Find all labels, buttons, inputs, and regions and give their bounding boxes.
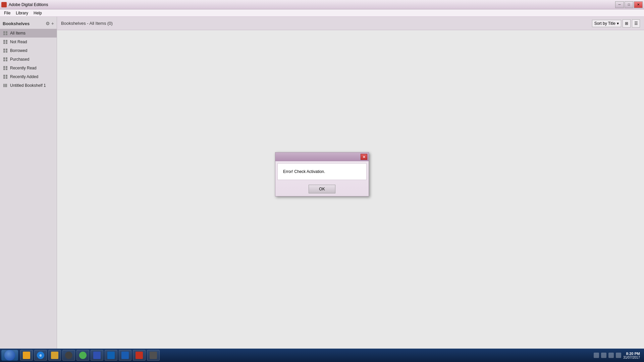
svg-rect-11 xyxy=(6,51,7,53)
svg-rect-25 xyxy=(5,84,6,87)
svg-rect-26 xyxy=(6,84,7,87)
grid-view-button[interactable]: ⊞ xyxy=(623,19,631,27)
title-bar-controls: ─ □ ✕ xyxy=(615,1,643,8)
menu-help[interactable]: Help xyxy=(31,10,45,16)
sidebar-item-not-read[interactable]: Not Read xyxy=(0,38,57,46)
taskbar-app-media-player[interactable] xyxy=(62,350,75,361)
content-header: Bookshelves - All Items (0) Sort by Titl… xyxy=(57,17,644,30)
not-read-icon xyxy=(3,39,8,45)
svg-rect-8 xyxy=(3,49,5,51)
title-bar-left: Adobe Digital Editions xyxy=(1,2,48,7)
untitled-bookshelf-icon xyxy=(3,83,8,88)
sidebar-item-recently-added-label: Recently Added xyxy=(10,74,38,79)
start-button[interactable] xyxy=(1,350,18,361)
ok-button[interactable]: OK xyxy=(309,185,335,193)
taskbar: e 8:20 PM 31/07/2017 xyxy=(0,349,644,362)
purchased-icon xyxy=(3,57,8,62)
svg-rect-22 xyxy=(3,77,5,79)
taskbar-app-chrome[interactable] xyxy=(76,350,89,361)
sidebar-item-not-read-label: Not Read xyxy=(10,40,27,44)
sidebar-item-purchased[interactable]: Purchased xyxy=(0,55,57,64)
sidebar-item-recently-read-label: Recently Read xyxy=(10,66,37,70)
ie-icon: e xyxy=(37,352,44,359)
svg-rect-10 xyxy=(3,51,5,53)
sidebar-item-all-items[interactable]: All Items xyxy=(0,29,57,38)
systray-icon-2 xyxy=(601,353,606,358)
svg-rect-17 xyxy=(6,66,7,68)
svg-rect-5 xyxy=(6,40,7,42)
sidebar-item-untitled-bookshelf[interactable]: Untitled Bookshelf 1 xyxy=(0,81,57,90)
error-dialog: ✕ Error! Check Activation. OK xyxy=(275,152,369,196)
menu-library[interactable]: Library xyxy=(13,10,31,16)
recently-added-icon xyxy=(3,74,8,79)
list-view-button[interactable]: ☰ xyxy=(632,19,640,27)
svg-rect-21 xyxy=(6,75,7,77)
sidebar-item-untitled-bookshelf-label: Untitled Bookshelf 1 xyxy=(10,83,46,88)
taskbar-app-word[interactable] xyxy=(119,350,131,361)
systray-icon-3 xyxy=(608,353,614,358)
sidebar-item-purchased-label: Purchased xyxy=(10,57,29,62)
title-text: Adobe Digital Editions xyxy=(9,2,48,7)
kindle-icon xyxy=(136,352,143,359)
svg-rect-24 xyxy=(3,84,4,87)
taskbar-app-5[interactable] xyxy=(91,350,103,361)
all-items-icon xyxy=(3,31,8,36)
header-controls: Sort by Title ▾ ⊞ ☰ xyxy=(592,19,640,27)
svg-rect-2 xyxy=(3,34,5,35)
taskbar-app-9[interactable] xyxy=(147,350,160,361)
dialog-body: Error! Check Activation. xyxy=(277,163,367,180)
close-button[interactable]: ✕ xyxy=(634,1,643,8)
time-display: 8:20 PM xyxy=(623,352,640,356)
svg-rect-3 xyxy=(6,34,7,35)
recently-read-icon xyxy=(3,65,8,71)
media-player-icon xyxy=(65,352,72,359)
systray-icon-1 xyxy=(594,353,599,358)
taskbar-right: 8:20 PM 31/07/2017 xyxy=(594,352,643,359)
borrowed-icon xyxy=(3,48,8,53)
taskbar-app-file-manager[interactable] xyxy=(48,350,61,361)
minimize-button[interactable]: ─ xyxy=(615,1,624,8)
svg-rect-19 xyxy=(6,68,7,70)
clock: 8:20 PM 31/07/2017 xyxy=(623,352,640,359)
sidebar-settings-icon[interactable]: ⚙ xyxy=(46,21,50,26)
taskbar-app-ie[interactable]: e xyxy=(34,350,47,361)
svg-rect-1 xyxy=(6,31,7,33)
svg-rect-16 xyxy=(3,66,5,68)
sidebar-item-recently-added[interactable]: Recently Added xyxy=(0,72,57,81)
sort-label: Sort by Title xyxy=(594,21,615,26)
taskbar-app-kindle[interactable] xyxy=(133,350,146,361)
chrome-icon xyxy=(79,352,87,359)
explorer-icon xyxy=(23,352,30,359)
sort-dropdown[interactable]: Sort by Title ▾ xyxy=(592,20,621,27)
svg-rect-6 xyxy=(3,42,5,44)
app9-icon xyxy=(150,352,157,359)
sidebar-add-icon[interactable]: + xyxy=(51,21,54,26)
svg-rect-23 xyxy=(6,77,7,79)
app5-icon xyxy=(93,352,101,359)
start-orb xyxy=(4,350,15,361)
sidebar-item-recently-read[interactable]: Recently Read xyxy=(0,64,57,72)
sidebar-title: Bookshelves xyxy=(3,21,30,26)
svg-rect-4 xyxy=(3,40,5,42)
svg-rect-20 xyxy=(3,75,5,77)
breadcrumb: Bookshelves - All Items (0) xyxy=(61,21,113,26)
taskbar-app-outlook[interactable] xyxy=(105,350,117,361)
svg-rect-0 xyxy=(3,31,5,33)
date-display: 31/07/2017 xyxy=(623,356,640,359)
dialog-message: Error! Check Activation. xyxy=(283,169,325,174)
dialog-title-bar: ✕ xyxy=(275,153,369,161)
restore-button[interactable]: □ xyxy=(625,1,633,8)
svg-rect-12 xyxy=(3,57,5,59)
sidebar-header: Bookshelves ⚙ + xyxy=(0,19,57,29)
dialog-close-button[interactable]: ✕ xyxy=(361,154,367,160)
app-icon xyxy=(1,2,7,7)
sidebar-item-borrowed[interactable]: Borrowed xyxy=(0,46,57,55)
taskbar-app-explorer[interactable] xyxy=(20,350,33,361)
svg-rect-7 xyxy=(6,42,7,44)
file-manager-icon xyxy=(51,352,58,359)
menu-file[interactable]: File xyxy=(1,10,13,16)
dialog-footer: OK xyxy=(275,182,369,196)
sort-arrow-icon: ▾ xyxy=(617,21,619,26)
title-bar: Adobe Digital Editions ─ □ ✕ xyxy=(0,0,644,9)
systray-icon-4 xyxy=(616,353,621,358)
